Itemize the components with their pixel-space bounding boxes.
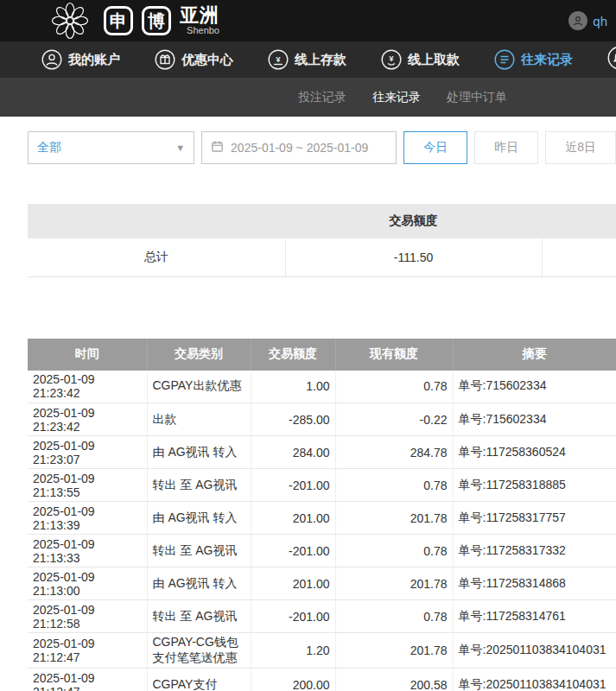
date-range-input[interactable]: 2025-01-09 ~ 2025-01-09 xyxy=(201,131,397,164)
type-select[interactable]: 全部 ▼ xyxy=(28,131,194,164)
cell-time: 2025-01-09 21:13:00 xyxy=(28,567,147,600)
cell-type: 转出 至 AG视讯 xyxy=(147,535,251,567)
cell-amount: 284.00 xyxy=(251,436,335,469)
cell-type: 由 AG视讯 转入 xyxy=(147,567,251,600)
brand-flower-icon xyxy=(45,2,95,40)
cell-time: 2025-01-09 21:12:47 xyxy=(28,669,147,691)
cell-memo: 单号:202501103834104031 xyxy=(453,633,616,669)
tab-pending-orders[interactable]: 处理中订单 xyxy=(447,90,507,105)
table-row: 2025-01-09 21:12:58 转出 至 AG视讯 -201.00 0.… xyxy=(28,600,616,633)
col-header-time: 时间 xyxy=(28,339,147,371)
cell-memo: 单号:117258318885 xyxy=(453,469,616,502)
cell-memo: 单号:117258317332 xyxy=(453,535,616,567)
nav-item-promotions[interactable]: 优惠中心 xyxy=(155,49,233,70)
gift-icon xyxy=(155,49,175,70)
cell-balance: 201.78 xyxy=(335,633,453,669)
summary-table: 交易额度 总计 -111.50 xyxy=(28,204,616,277)
nav-label: 往来记录 xyxy=(521,52,573,68)
summary-total-extra xyxy=(542,238,616,276)
notifications-button[interactable] xyxy=(607,46,616,73)
table-row: 2025-01-09 21:13:39 由 AG视讯 转入 201.00 201… xyxy=(28,502,616,535)
records-icon xyxy=(494,49,515,70)
bell-icon xyxy=(607,58,616,73)
table-row: 2025-01-09 21:13:55 转出 至 AG视讯 -201.00 0.… xyxy=(28,469,616,502)
sub-nav: 投注记录 往来记录 处理中订单 xyxy=(0,78,616,117)
tab-transaction-records[interactable]: 往来记录 xyxy=(372,90,421,105)
summary-total-label: 总计 xyxy=(28,238,285,276)
summary-header-amount: 交易额度 xyxy=(285,204,542,238)
filter-bar: 全部 ▼ 2025-01-09 ~ 2025-01-09 今日 昨日 近8日 xyxy=(28,131,616,164)
nav-item-my-account[interactable]: 我的账户 xyxy=(41,49,120,70)
type-select-value: 全部 xyxy=(37,140,61,155)
summary-header-empty xyxy=(542,204,616,238)
cell-balance: 201.78 xyxy=(335,567,453,600)
cell-balance: -0.22 xyxy=(335,403,453,436)
cell-type: 由 AG视讯 转入 xyxy=(147,436,251,469)
nav-label: 我的账户 xyxy=(68,52,120,68)
cell-memo: 单号:117258314761 xyxy=(453,600,616,633)
col-header-memo: 摘要 xyxy=(453,339,616,371)
records-header-row: 时间 交易类别 交易额度 现有额度 摘要 xyxy=(28,339,616,371)
nav-item-transaction-records[interactable]: 往来记录 xyxy=(494,49,573,70)
table-row: 2025-01-09 21:12:47 CGPAY-CG钱包支付笔笔送优惠 1.… xyxy=(28,633,616,669)
cell-time: 2025-01-09 21:23:42 xyxy=(28,403,147,436)
brand-subtitle: Shenbo xyxy=(180,26,219,35)
cell-memo: 单号:202501103834104031 xyxy=(453,669,616,691)
user-avatar-icon xyxy=(568,11,587,30)
table-row: 2025-01-09 21:13:33 转出 至 AG视讯 -201.00 0.… xyxy=(28,535,616,567)
quick-filter-yesterday[interactable]: 昨日 xyxy=(474,131,538,164)
main-nav: 我的账户 优惠中心 ¥ 线上存款 ¥ 线上取款 xyxy=(0,41,616,78)
cell-amount: -201.00 xyxy=(251,535,335,567)
quick-filter-today[interactable]: 今日 xyxy=(403,131,467,164)
tab-bet-records[interactable]: 投注记录 xyxy=(298,90,346,105)
nav-label: 线上存款 xyxy=(295,52,346,68)
cell-amount: 201.00 xyxy=(251,567,335,600)
cell-memo: 单号:117258314868 xyxy=(453,567,616,600)
calendar-icon xyxy=(211,140,224,155)
cell-amount: -285.00 xyxy=(251,403,335,436)
table-row: 2025-01-09 21:12:47 CGPAY支付 200.00 200.5… xyxy=(28,669,616,691)
summary-total-value: -111.50 xyxy=(285,238,542,276)
logo-char-box: 博 xyxy=(142,6,171,35)
nav-label: 优惠中心 xyxy=(181,52,233,68)
svg-text:¥: ¥ xyxy=(389,54,393,63)
cell-memo: 单号:117258317757 xyxy=(453,502,616,535)
cell-memo: 单号:117258360524 xyxy=(453,436,616,469)
nav-item-withdraw[interactable]: ¥ 线上取款 xyxy=(381,49,460,70)
brand-logo[interactable]: 申 博 亚洲 Shenbo xyxy=(45,2,219,40)
cell-balance: 0.78 xyxy=(335,371,453,403)
quick-filter-last8days[interactable]: 近8日 xyxy=(545,131,616,164)
cell-amount: 1.20 xyxy=(251,633,335,669)
cell-amount: -201.00 xyxy=(251,600,335,633)
top-header: 申 博 亚洲 Shenbo qh xyxy=(0,0,616,41)
cell-time: 2025-01-09 21:13:33 xyxy=(28,535,147,567)
cell-type: CGPAY-CG钱包支付笔笔送优惠 xyxy=(147,633,251,669)
cell-time: 2025-01-09 21:12:47 xyxy=(28,633,147,669)
cell-amount: 1.00 xyxy=(251,371,335,403)
cell-type: 出款 xyxy=(147,403,251,436)
date-range-value: 2025-01-09 ~ 2025-01-09 xyxy=(231,141,368,155)
cell-type: CGPAY支付 xyxy=(147,669,251,691)
cell-time: 2025-01-09 21:12:58 xyxy=(28,600,147,633)
cell-balance: 0.78 xyxy=(335,535,453,567)
cell-memo: 单号:715602334 xyxy=(453,403,616,436)
cell-time: 2025-01-09 21:13:55 xyxy=(28,469,147,502)
cell-type: CGPAY出款优惠 xyxy=(147,371,251,403)
cell-amount: -201.00 xyxy=(251,469,335,502)
cell-time: 2025-01-09 21:23:07 xyxy=(28,436,147,469)
cell-time: 2025-01-09 21:23:42 xyxy=(28,371,147,403)
cell-amount: 201.00 xyxy=(251,502,335,535)
nav-item-deposit[interactable]: ¥ 线上存款 xyxy=(268,49,346,70)
user-area[interactable]: qh xyxy=(568,11,607,30)
cell-time: 2025-01-09 21:13:39 xyxy=(28,502,147,535)
cell-balance: 200.58 xyxy=(335,669,453,691)
cell-amount: 200.00 xyxy=(251,669,335,691)
brand-suffix: 亚洲 xyxy=(180,6,219,25)
cell-balance: 0.78 xyxy=(335,600,453,633)
chevron-down-icon: ▼ xyxy=(175,143,185,153)
username-label: qh xyxy=(593,14,607,29)
cell-memo: 单号:715602334 xyxy=(453,371,616,403)
col-header-type: 交易类别 xyxy=(147,339,251,371)
user-icon xyxy=(41,49,62,70)
cell-balance: 0.78 xyxy=(335,469,453,502)
